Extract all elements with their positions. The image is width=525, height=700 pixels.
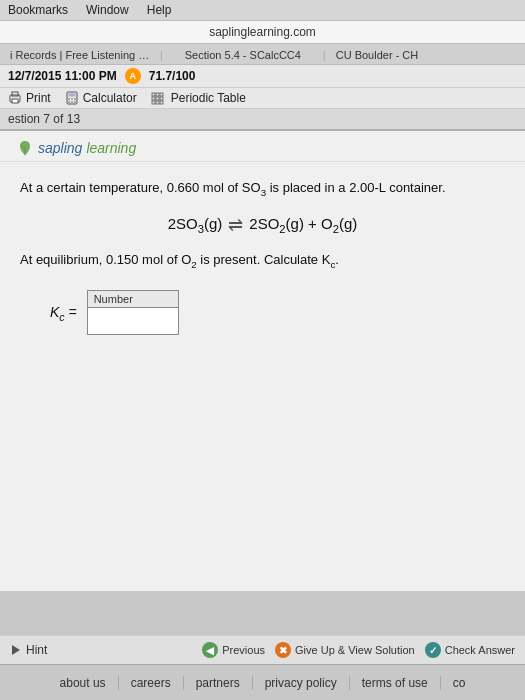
svg-rect-13 — [160, 93, 163, 96]
spacer — [20, 335, 505, 535]
hint-button[interactable]: Hint — [10, 643, 47, 657]
menu-help[interactable]: Help — [147, 3, 172, 17]
menu-window[interactable]: Window — [86, 3, 129, 17]
footer-partners[interactable]: partners — [184, 676, 253, 690]
give-up-button[interactable]: ✖ Give Up & View Solution — [275, 642, 415, 658]
svg-rect-16 — [160, 97, 163, 100]
eq-right: 2SO2(g) + O2(g) — [249, 215, 357, 235]
print-button[interactable]: Print — [8, 91, 51, 105]
chemical-equation: 2SO3(g) ⇌ 2SO2(g) + O2(g) — [168, 214, 358, 236]
footer-privacy-policy[interactable]: privacy policy — [253, 676, 350, 690]
calculator-label: Calculator — [83, 91, 137, 105]
svg-point-10 — [74, 101, 76, 103]
svg-point-8 — [68, 101, 70, 103]
menu-bookmarks[interactable]: Bookmarks — [8, 3, 68, 17]
grade-value: 71.7/100 — [149, 69, 196, 83]
sapling-brand: sapling — [38, 140, 82, 156]
tab-3[interactable]: CU Boulder - CH — [326, 46, 425, 64]
datetime-text: 12/7/2015 11:00 PM — [8, 69, 117, 83]
play-icon — [10, 644, 22, 656]
svg-point-7 — [74, 98, 76, 100]
main-content: sapling learning At a certain temperatur… — [0, 131, 525, 591]
toolbar: Print Calculator Periodic Table — [0, 88, 525, 109]
svg-rect-4 — [68, 94, 75, 97]
kc-label: Kc = — [50, 304, 77, 323]
question-text: estion 7 of 13 — [8, 112, 80, 126]
svg-point-5 — [68, 98, 70, 100]
periodic-table-button[interactable]: Periodic Table — [151, 91, 246, 105]
answer-input-container: Number — [87, 290, 179, 335]
calculator-icon — [65, 91, 79, 105]
question-bar: estion 7 of 13 — [0, 109, 525, 131]
check-label: Check Answer — [445, 644, 515, 656]
svg-rect-17 — [152, 101, 155, 104]
address-bar[interactable]: saplinglearning.com — [0, 21, 525, 44]
answer-input[interactable] — [88, 308, 178, 334]
svg-rect-11 — [152, 93, 155, 96]
tab-2[interactable]: Section 5.4 - SCalcCC4 — [163, 46, 323, 64]
browser-menu-bar: Bookmarks Window Help — [0, 0, 525, 21]
print-label: Print — [26, 91, 51, 105]
svg-marker-20 — [12, 645, 20, 655]
equation-area: 2SO3(g) ⇌ 2SO2(g) + O2(g) — [20, 214, 505, 236]
svg-point-9 — [71, 101, 73, 103]
footer-about-us[interactable]: about us — [48, 676, 119, 690]
grade-badge: A — [125, 68, 141, 84]
check-answer-button[interactable]: ✓ Check Answer — [425, 642, 515, 658]
periodic-table-icon — [151, 92, 167, 105]
sapling-logo-icon — [16, 139, 34, 157]
hint-label: Hint — [26, 643, 47, 657]
footer-careers[interactable]: careers — [119, 676, 184, 690]
give-up-icon: ✖ — [275, 642, 291, 658]
periodic-table-label: Periodic Table — [171, 91, 246, 105]
equilibrium-text: At equilibrium, 0.150 mol of O2 is prese… — [20, 250, 505, 272]
previous-icon: ◀ — [202, 642, 218, 658]
svg-point-6 — [71, 98, 73, 100]
sapling-learning: learning — [86, 140, 136, 156]
action-buttons: ◀ Previous ✖ Give Up & View Solution ✓ C… — [202, 642, 515, 658]
svg-rect-2 — [12, 99, 18, 103]
give-up-label: Give Up & View Solution — [295, 644, 415, 656]
svg-rect-18 — [156, 101, 159, 104]
footer: about us careers partners privacy policy… — [0, 664, 525, 700]
address-text: saplinglearning.com — [209, 25, 316, 39]
print-icon — [8, 91, 22, 105]
previous-label: Previous — [222, 644, 265, 656]
input-box-label: Number — [88, 291, 178, 308]
svg-rect-19 — [160, 101, 163, 104]
footer-co[interactable]: co — [441, 676, 478, 690]
svg-rect-15 — [156, 97, 159, 100]
previous-button[interactable]: ◀ Previous — [202, 642, 265, 658]
datetime-bar: 12/7/2015 11:00 PM A 71.7/100 — [0, 65, 525, 88]
svg-rect-14 — [152, 97, 155, 100]
problem-area: At a certain temperature, 0.660 mol of S… — [0, 162, 525, 547]
eq-arrow: ⇌ — [228, 214, 243, 236]
problem-intro: At a certain temperature, 0.660 mol of S… — [20, 178, 505, 200]
action-bar: Hint ◀ Previous ✖ Give Up & View Solutio… — [0, 635, 525, 664]
check-icon: ✓ — [425, 642, 441, 658]
tabs-bar: i Records | Free Listening on So... | Se… — [0, 44, 525, 65]
footer-terms-of-use[interactable]: terms of use — [350, 676, 441, 690]
sapling-header: sapling learning — [0, 131, 525, 162]
calculator-button[interactable]: Calculator — [65, 91, 137, 105]
input-area: Kc = Number — [50, 290, 505, 335]
eq-left: 2SO3(g) — [168, 215, 223, 235]
tab-1[interactable]: i Records | Free Listening on So... — [0, 46, 160, 64]
svg-rect-12 — [156, 93, 159, 96]
